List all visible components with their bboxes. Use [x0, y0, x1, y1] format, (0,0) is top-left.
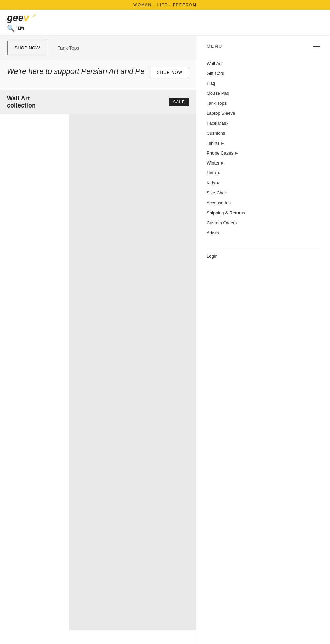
nav-item: Phone Cases ▶ [207, 148, 320, 158]
sale-badge: SALE [169, 98, 189, 106]
submenu-arrow-icon: ▶ [221, 161, 224, 165]
menu-label: MENU [207, 44, 222, 49]
nav-item: Flag [207, 78, 320, 88]
nav-item: Kids ▶ [207, 178, 320, 188]
nav-link-accessories[interactable]: Accessories [207, 200, 320, 205]
login-link[interactable]: Login [207, 253, 320, 259]
nav-link-size-chart[interactable]: Size Chart [207, 190, 320, 195]
nav-item: Artists [207, 228, 320, 238]
nav-link-kids[interactable]: Kids ▶ [207, 180, 320, 185]
nav-item: Laptop Sleeve [207, 108, 320, 118]
submenu-arrow-icon: ▶ [217, 181, 220, 185]
nav-link-wall-art[interactable]: Wall Art [207, 61, 320, 66]
nav-link-gift-card[interactable]: Gift Card [207, 71, 320, 76]
top-banner: WOMAN . LIFE . FREEDOM [0, 0, 330, 10]
nav-item: Mouse Pad [207, 88, 320, 98]
nav-link-hats[interactable]: Hats ▶ [207, 170, 320, 176]
nav-link-flag[interactable]: Flag [207, 81, 320, 86]
wall-art-block: Wall Art collection SALE [0, 90, 196, 114]
nav-link-tank-tops[interactable]: Tank Tops [207, 101, 320, 106]
submenu-arrow-icon: ▶ [235, 151, 238, 155]
header-icons: 🔍 🛍 [7, 24, 24, 32]
nav-link-custom-orders[interactable]: Custom Orders [207, 220, 320, 225]
logo: geev ✓ [7, 13, 36, 23]
nav-link-phone-cases[interactable]: Phone Cases ▶ [207, 150, 320, 156]
menu-header: MENU — [207, 43, 320, 50]
logo-area: geev ✓ 🔍 🛍 [7, 13, 36, 32]
nav-menu: Wall ArtGift CardFlagMouse PadTank TopsL… [207, 58, 320, 238]
nav-item: Custom Orders [207, 218, 320, 228]
nav-link-artists[interactable]: Artists [207, 230, 320, 235]
nav-link-face-mask[interactable]: Face Mask [207, 121, 320, 126]
menu-close-button[interactable]: — [314, 43, 320, 50]
wall-art-title: Wall Art collection [7, 95, 36, 109]
shop-now-button-hero[interactable]: SHOP NOW [151, 67, 189, 78]
submenu-arrow-icon: ▶ [218, 171, 220, 175]
nav-item: Winter ▶ [207, 158, 320, 168]
cart-icon: 🛍 [18, 25, 24, 32]
nav-item: Tshirts ▶ [207, 138, 320, 148]
nav-link-laptop-sleeve[interactable]: Laptop Sleeve [207, 111, 320, 116]
nav-divider [207, 248, 320, 248]
nav-item: Size Chart [207, 188, 320, 198]
nav-item: Accessories [207, 198, 320, 208]
header: geev ✓ 🔍 🛍 [0, 10, 330, 36]
cart-button[interactable]: 🛍 [18, 24, 24, 32]
gray-area [69, 114, 196, 630]
nav-item: Wall Art [207, 58, 320, 68]
hero-section: We're here to support Persian Art and Pe… [0, 60, 196, 88]
promo-label: Tank Tops [58, 45, 79, 51]
nav-item: Cushions [207, 128, 320, 138]
nav-link-cushions[interactable]: Cushions [207, 131, 320, 136]
right-panel: MENU — Wall ArtGift CardFlagMouse PadTan… [196, 36, 330, 644]
search-button[interactable]: 🔍 [7, 24, 14, 32]
nav-item: Shipping & Returns [207, 208, 320, 218]
search-icon: 🔍 [7, 25, 14, 32]
nav-link-winter[interactable]: Winter ▶ [207, 160, 320, 166]
banner-text: WOMAN . LIFE . FREEDOM [133, 3, 197, 7]
promo-row: SHOP NOW Tank Tops [0, 36, 196, 60]
nav-item: Hats ▶ [207, 168, 320, 178]
nav-item: Face Mask [207, 118, 320, 128]
page-layout: SHOP NOW Tank Tops We're here to support… [0, 36, 330, 630]
shop-now-button-promo[interactable]: SHOP NOW [7, 41, 47, 55]
nav-item: Gift Card [207, 68, 320, 78]
nav-item: Tank Tops [207, 98, 320, 108]
nav-link-mouse-pad[interactable]: Mouse Pad [207, 91, 320, 96]
nav-link-shipping-&-returns[interactable]: Shipping & Returns [207, 210, 320, 215]
nav-link-tshirts[interactable]: Tshirts ▶ [207, 140, 320, 146]
left-side: SHOP NOW Tank Tops We're here to support… [0, 36, 196, 630]
submenu-arrow-icon: ▶ [221, 141, 224, 145]
